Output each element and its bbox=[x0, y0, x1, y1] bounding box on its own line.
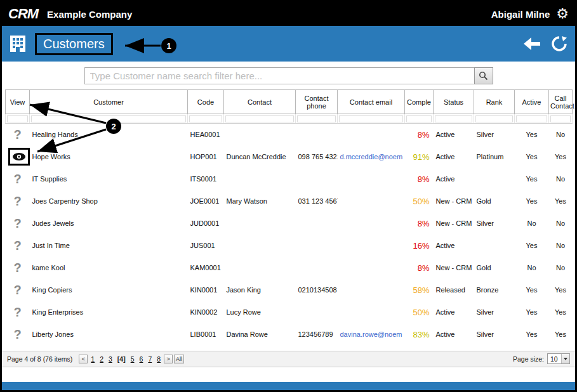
column-filter-input[interactable] bbox=[225, 115, 294, 122]
refresh-icon[interactable] bbox=[551, 36, 567, 52]
view-question-icon[interactable]: ? bbox=[13, 284, 21, 296]
column-filter-input[interactable] bbox=[31, 115, 186, 122]
column-filter-input[interactable] bbox=[297, 115, 336, 122]
crm-app-window: CRM Example Company Abigail Milne ⚙ Cust… bbox=[0, 0, 577, 392]
active-flag: Yes bbox=[526, 308, 538, 316]
pager-page-link[interactable]: 8 bbox=[157, 355, 161, 363]
column-filter-input[interactable] bbox=[435, 115, 472, 122]
settings-gear-icon[interactable]: ⚙ bbox=[556, 7, 569, 21]
complete-percent: 8% bbox=[418, 263, 430, 273]
back-arrow-icon[interactable] bbox=[523, 37, 541, 51]
page-title-label: Customers bbox=[43, 37, 105, 51]
column-header-contact[interactable]: Contact bbox=[224, 90, 296, 114]
customer-name: King Copiers bbox=[32, 286, 72, 294]
column-filter-input[interactable] bbox=[189, 115, 222, 122]
building-icon[interactable] bbox=[10, 35, 26, 53]
view-question-icon[interactable]: ? bbox=[13, 306, 21, 318]
customer-code: HOP001 bbox=[190, 153, 217, 160]
rank-value: Gold bbox=[477, 197, 491, 205]
column-header-code[interactable]: Code bbox=[188, 90, 224, 114]
pager-next-button[interactable]: > bbox=[164, 355, 173, 363]
table-row: ?Joes Carpentry ShopJOE0001Mary Watson03… bbox=[6, 190, 573, 212]
complete-percent: 50% bbox=[413, 197, 429, 206]
column-header-call-contact[interactable]: Call Contact bbox=[549, 90, 573, 114]
column-filter-input[interactable] bbox=[406, 115, 432, 122]
table-row: ?kame KoolKAM00018%New - CRMGoldNoNo bbox=[6, 257, 573, 279]
column-filter-input[interactable] bbox=[550, 115, 571, 122]
title-bar: Customers bbox=[2, 26, 575, 62]
pager-page-link[interactable]: 3 bbox=[109, 355, 112, 363]
complete-percent: 58% bbox=[413, 285, 429, 295]
table-filter-row bbox=[6, 114, 573, 124]
status-value: Active bbox=[436, 242, 455, 249]
pager-page-link[interactable]: 2 bbox=[100, 355, 103, 363]
page-size-dropdown[interactable]: 10 bbox=[547, 353, 570, 364]
customer-name: Joes Carpentry Shop bbox=[32, 197, 98, 205]
view-question-icon[interactable]: ? bbox=[13, 195, 21, 207]
status-value: Active bbox=[436, 308, 455, 316]
contact-phone: 098 765 4321 bbox=[298, 153, 338, 160]
rank-value: Bronze bbox=[477, 286, 499, 294]
pager-page-link[interactable]: 5 bbox=[131, 355, 135, 363]
top-bar: CRM Example Company Abigail Milne ⚙ bbox=[2, 2, 575, 26]
column-filter-input[interactable] bbox=[339, 115, 403, 122]
customer-code: JUD0001 bbox=[190, 219, 220, 227]
view-eye-icon[interactable] bbox=[8, 148, 30, 166]
contact-phone: 0210134508 bbox=[298, 286, 337, 294]
column-filter-input[interactable] bbox=[7, 115, 28, 122]
page-title: Customers bbox=[35, 33, 113, 55]
view-question-icon[interactable]: ? bbox=[13, 173, 21, 185]
column-header-active[interactable]: Active bbox=[515, 90, 549, 114]
customer-name: Liberty Jones bbox=[32, 330, 74, 338]
customers-table: ViewCustomerCodeContactContact phoneCont… bbox=[5, 89, 573, 346]
view-question-icon[interactable]: ? bbox=[13, 128, 21, 141]
pager-page-link[interactable]: 7 bbox=[148, 355, 152, 363]
customer-name: IT Supplies bbox=[32, 175, 67, 183]
active-flag: Yes bbox=[526, 197, 538, 205]
contact-email-link[interactable]: davina.rowe@noem bbox=[340, 330, 402, 338]
call-contact-flag: Yes bbox=[555, 197, 566, 205]
column-header-status[interactable]: Status bbox=[434, 90, 474, 114]
column-header-customer[interactable]: Customer bbox=[30, 90, 188, 114]
contact-email-link[interactable]: d.mccreddie@noem bbox=[340, 153, 403, 160]
user-name: Abigail Milne bbox=[491, 9, 550, 20]
pager-all-button[interactable]: All bbox=[174, 355, 184, 363]
chevron-down-icon bbox=[561, 354, 569, 363]
active-flag: No bbox=[527, 264, 536, 271]
active-flag: Yes bbox=[526, 153, 538, 160]
column-header-contact-phone[interactable]: Contact phone bbox=[296, 90, 338, 114]
column-header-contact-email[interactable]: Contact email bbox=[338, 90, 405, 114]
contact-name: Lucy Rowe bbox=[227, 308, 261, 316]
table-row: ?Judes JewelsJUD00018%New - CRMSilverNoN… bbox=[6, 212, 573, 235]
column-header-rank[interactable]: Rank bbox=[474, 90, 515, 114]
crm-logo: CRM bbox=[8, 6, 38, 22]
customer-name: kame Kool bbox=[32, 264, 65, 271]
call-contact-flag: No bbox=[556, 131, 565, 138]
search-input[interactable] bbox=[84, 67, 474, 84]
view-question-icon[interactable]: ? bbox=[13, 261, 21, 274]
complete-percent: 83% bbox=[413, 330, 429, 339]
column-filter-input[interactable] bbox=[475, 115, 513, 122]
pager-page-link[interactable]: 1 bbox=[91, 355, 95, 363]
customers-table-wrap: ViewCustomerCodeContactContact phoneCont… bbox=[2, 89, 575, 346]
view-question-icon[interactable]: ? bbox=[13, 217, 21, 230]
column-filter-input[interactable] bbox=[516, 115, 547, 122]
column-header-comple[interactable]: Comple bbox=[405, 90, 434, 114]
table-header-row: ViewCustomerCodeContactContact phoneCont… bbox=[6, 90, 573, 114]
view-question-icon[interactable]: ? bbox=[13, 328, 21, 341]
page-size-value: 10 bbox=[548, 355, 561, 363]
search-button[interactable] bbox=[474, 67, 493, 84]
view-question-icon[interactable]: ? bbox=[13, 239, 21, 252]
call-contact-flag: Yes bbox=[555, 330, 566, 338]
rank-value: Gold bbox=[477, 264, 491, 271]
search-row bbox=[2, 62, 575, 89]
call-contact-flag: No bbox=[556, 175, 565, 183]
column-header-view[interactable]: View bbox=[6, 90, 30, 114]
status-value: Active bbox=[436, 175, 455, 183]
pager-page-link[interactable]: 6 bbox=[140, 355, 143, 363]
customer-code: JOE0001 bbox=[190, 197, 220, 205]
table-row: ?King CopiersKIN0001Jason King0210134508… bbox=[6, 279, 573, 301]
customer-code: JUS001 bbox=[190, 242, 215, 249]
pager-prev-button[interactable]: < bbox=[79, 355, 88, 363]
customer-code: HEA0001 bbox=[190, 131, 220, 138]
